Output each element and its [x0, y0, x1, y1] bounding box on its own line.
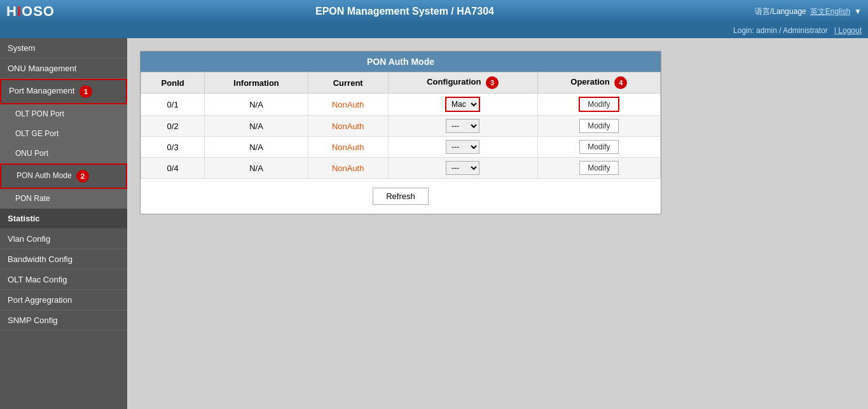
modify-button-0-1[interactable]: Modify [579, 97, 619, 112]
cell-ponid: 0/3 [141, 137, 205, 158]
modify-button-0-3[interactable]: Modify [579, 140, 618, 154]
cell-information: N/A [205, 137, 308, 158]
config-select-0-2[interactable]: Mac--- [446, 119, 479, 133]
cell-information: N/A [205, 158, 308, 179]
cell-configuration[interactable]: Mac--- [388, 116, 537, 137]
cell-ponid: 0/1 [141, 94, 205, 116]
cell-operation[interactable]: Modify [537, 94, 660, 116]
pon-auth-table-container: PON Auth Mode PonId Information Current … [140, 51, 661, 214]
cell-configuration[interactable]: Mac--- [388, 158, 537, 179]
modify-button-0-2[interactable]: Modify [579, 119, 618, 133]
table-row: 0/1N/ANonAuthMac---Modify [141, 94, 661, 116]
col-current: Current [308, 73, 388, 94]
table-row: 0/4N/ANonAuthMac---Modify [141, 158, 661, 179]
language-value[interactable]: 英文English [810, 6, 850, 17]
sidebar-item-onu-port[interactable]: ONU Port [0, 144, 127, 163]
modify-button-0-4[interactable]: Modify [579, 161, 618, 175]
header-top: HIOSO EPON Management System / HA7304 语言… [0, 0, 868, 23]
language-label: 语言/Language [755, 6, 806, 17]
sidebar: System ONU Management Port Management 1 … [0, 38, 127, 409]
table-title: PON Auth Mode [141, 52, 661, 72]
content-area: PON Auth Mode PonId Information Current … [127, 38, 868, 409]
table-row: 0/2N/ANonAuthMac---Modify [141, 116, 661, 137]
sidebar-item-olt-pon-port[interactable]: OLT PON Port [0, 104, 127, 124]
sidebar-item-pon-auth-mode[interactable]: PON Auth Mode 2 [0, 163, 127, 189]
badge-3: 3 [486, 76, 499, 89]
login-info: Login: admin / Administrator [733, 26, 828, 35]
sidebar-item-vlan-config[interactable]: Vlan Config [0, 229, 127, 249]
cell-configuration[interactable]: Mac--- [388, 94, 537, 116]
chevron-down-icon: ▼ [854, 7, 862, 16]
cell-information: N/A [205, 94, 308, 116]
config-select-0-1[interactable]: Mac--- [445, 97, 480, 112]
config-select-0-3[interactable]: Mac--- [446, 140, 479, 154]
main-layout: System ONU Management Port Management 1 … [0, 38, 868, 409]
logo-text: HIOSO [6, 3, 55, 20]
sidebar-item-system[interactable]: System [0, 38, 127, 59]
cell-configuration[interactable]: Mac--- [388, 137, 537, 158]
refresh-area: Refresh [141, 179, 661, 214]
sidebar-item-port-aggregation[interactable]: Port Aggregration [0, 290, 127, 310]
refresh-button[interactable]: Refresh [373, 188, 429, 205]
cell-current: NonAuth [308, 116, 388, 137]
badge-2: 2 [76, 170, 89, 183]
logo: HIOSO [6, 3, 55, 20]
sidebar-item-statistic[interactable]: Statistic [0, 209, 127, 229]
cell-current: NonAuth [308, 137, 388, 158]
sidebar-item-onu-management[interactable]: ONU Management [0, 59, 127, 79]
sidebar-item-snmp-config[interactable]: SNMP Config [0, 310, 127, 331]
cell-ponid: 0/4 [141, 158, 205, 179]
cell-ponid: 0/2 [141, 116, 205, 137]
col-operation: Operation 4 [537, 73, 660, 94]
cell-operation[interactable]: Modify [537, 158, 660, 179]
cell-current: NonAuth [308, 158, 388, 179]
logout-button[interactable]: | Logout [834, 26, 862, 35]
badge-1: 1 [79, 85, 92, 98]
cell-information: N/A [205, 116, 308, 137]
page-title: EPON Management System / HA7304 [55, 6, 755, 17]
cell-operation[interactable]: Modify [537, 116, 660, 137]
col-configuration: Configuration 3 [388, 73, 537, 94]
login-bar: Login: admin / Administrator | Logout [0, 23, 868, 38]
col-information: Information [205, 73, 308, 94]
config-select-0-4[interactable]: Mac--- [446, 161, 479, 175]
table-row: 0/3N/ANonAuthMac---Modify [141, 137, 661, 158]
sidebar-item-port-management[interactable]: Port Management 1 [0, 79, 127, 104]
cell-operation[interactable]: Modify [537, 137, 660, 158]
sidebar-item-bandwidth-config[interactable]: Bandwidth Config [0, 249, 127, 270]
sidebar-item-olt-ge-port[interactable]: OLT GE Port [0, 124, 127, 144]
cell-current: NonAuth [308, 94, 388, 116]
pon-auth-table: PonId Information Current Configuration … [141, 72, 661, 179]
badge-4: 4 [614, 76, 627, 89]
language-selector[interactable]: 语言/Language 英文English ▼ [755, 6, 862, 17]
col-ponid: PonId [141, 73, 205, 94]
sidebar-item-pon-rate[interactable]: PON Rate [0, 189, 127, 209]
sidebar-item-olt-mac-config[interactable]: OLT Mac Config [0, 270, 127, 290]
